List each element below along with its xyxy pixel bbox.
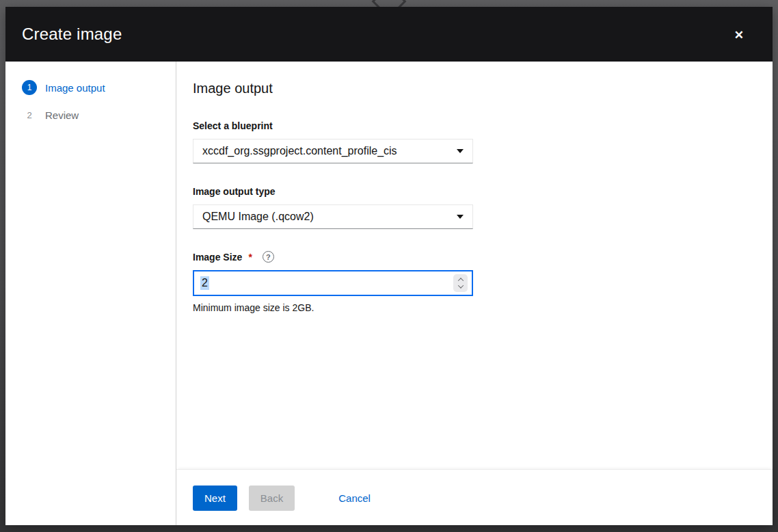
cancel-link[interactable]: Cancel (338, 492, 371, 504)
image-size-value: 2 (200, 276, 209, 290)
back-button[interactable]: Back (249, 486, 295, 511)
image-size-field-group: Image Size * ? 2 Minimum image size is 2… (193, 251, 473, 313)
close-icon[interactable]: ✕ (734, 29, 744, 41)
step-1-badge: 1 (22, 80, 37, 95)
next-button[interactable]: Next (193, 486, 237, 511)
output-type-field-group: Image output type QEMU Image (.qcow2) (193, 185, 473, 229)
number-stepper-icon[interactable] (453, 274, 468, 292)
chevron-down-icon (457, 282, 463, 288)
modal-title: Create image (22, 25, 122, 44)
caret-down-icon (457, 215, 464, 219)
blueprint-field-group: Select a blueprint xccdf_org.ssgproject.… (193, 120, 473, 163)
output-type-select-value: QEMU Image (.qcow2) (202, 211, 314, 223)
wizard-step-review[interactable]: 2 Review (5, 101, 176, 129)
image-size-label: Image Size (193, 252, 242, 263)
output-type-select[interactable]: QEMU Image (.qcow2) (193, 204, 473, 229)
blueprint-label: Select a blueprint (193, 120, 273, 131)
caret-down-icon (457, 149, 464, 153)
modal-body: 1 Image output 2 Review Image output Sel… (5, 62, 773, 525)
panel-title: Image output (193, 81, 756, 96)
image-output-panel: Image output Select a blueprint xccdf_or… (176, 62, 773, 469)
output-type-label: Image output type (193, 186, 276, 197)
step-2-label: Review (45, 109, 79, 121)
wizard-footer: Next Back Cancel (176, 469, 773, 526)
image-size-label-row: Image Size * ? (193, 251, 473, 263)
required-asterisk: * (248, 252, 252, 263)
step-2-badge: 2 (22, 107, 37, 122)
help-question-icon[interactable]: ? (263, 251, 274, 263)
wizard-step-nav: 1 Image output 2 Review (5, 62, 176, 525)
blueprint-select[interactable]: xccdf_org.ssgproject.content_profile_cis (193, 139, 473, 163)
step-1-label: Image output (45, 82, 105, 94)
create-image-modal: Create image ✕ 1 Image output 2 Review I… (5, 7, 773, 525)
blueprint-select-value: xccdf_org.ssgproject.content_profile_cis (202, 145, 397, 157)
wizard-content: Image output Select a blueprint xccdf_or… (176, 62, 773, 525)
image-size-helper-text: Minimum image size is 2GB. (193, 302, 473, 313)
wizard-step-image-output[interactable]: 1 Image output (5, 74, 176, 101)
image-size-input[interactable]: 2 (193, 270, 473, 296)
modal-header: Create image ✕ (5, 7, 773, 62)
